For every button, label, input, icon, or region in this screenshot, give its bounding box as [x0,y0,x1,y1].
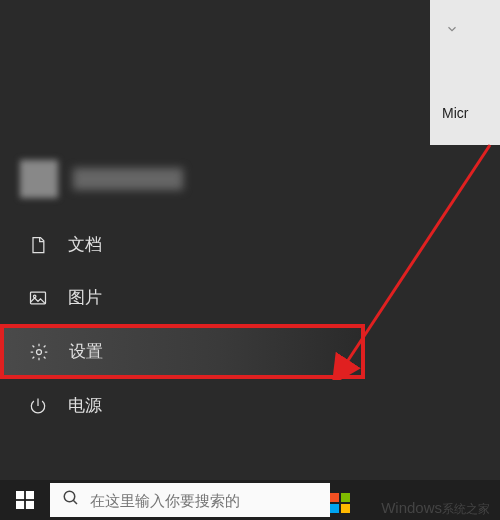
watermark-text: Windows系统之家 [381,499,490,518]
start-menu-items: 文档 图片 设置 电源 [0,218,365,432]
svg-line-9 [73,500,77,504]
search-icon [62,489,80,511]
svg-rect-4 [16,491,24,499]
menu-item-power[interactable]: 电源 [0,379,365,432]
start-button[interactable] [0,480,50,520]
chevron-down-icon[interactable] [445,22,459,40]
picture-icon [28,288,48,308]
menu-label: 图片 [68,286,102,309]
desktop-app-area: Micr [365,0,500,480]
taskbar-search[interactable] [50,483,330,517]
avatar [20,160,58,198]
tile-partial-text: Micr [442,105,468,121]
windows-logo-icon [16,491,34,509]
start-menu-panel: 文档 图片 设置 电源 [0,0,365,480]
document-icon [28,235,48,255]
username-obscured [73,168,183,190]
user-account-row[interactable] [20,160,183,198]
svg-point-8 [64,491,75,502]
watermark-logo-icon [330,493,352,515]
menu-label: 文档 [68,233,102,256]
menu-label: 电源 [68,394,102,417]
gear-icon [29,342,49,362]
menu-item-settings[interactable]: 设置 [0,324,365,379]
menu-item-documents[interactable]: 文档 [0,218,365,271]
svg-rect-5 [26,491,34,499]
svg-rect-6 [16,501,24,509]
power-icon [28,396,48,416]
svg-point-2 [37,349,42,354]
svg-rect-7 [26,501,34,509]
search-input[interactable] [90,492,318,509]
tile-area: Micr [430,0,500,145]
menu-item-pictures[interactable]: 图片 [0,271,365,324]
menu-label: 设置 [69,340,103,363]
